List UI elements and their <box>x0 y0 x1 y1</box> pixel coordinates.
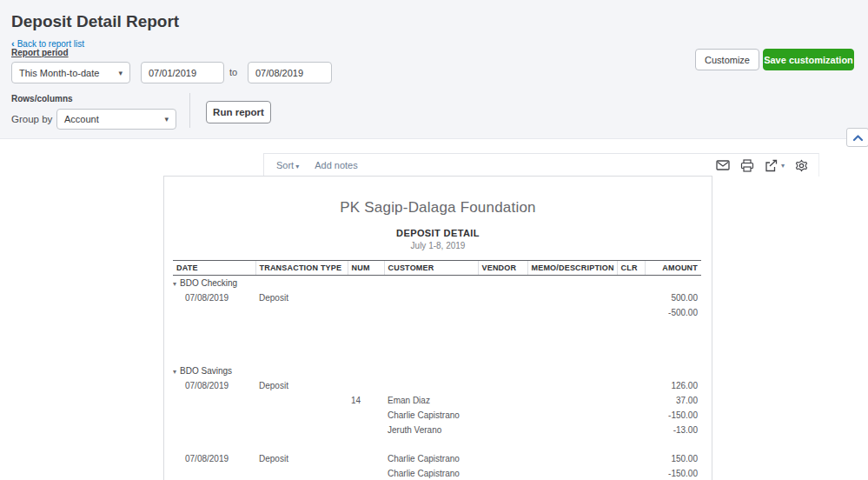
table-row[interactable]: Jeruth Verano -13.00 <box>173 423 701 437</box>
cell-clr <box>617 451 645 466</box>
cell-num <box>348 378 384 393</box>
header-amount[interactable]: AMOUNT <box>645 261 701 276</box>
table-row[interactable]: 07/08/2019 Deposit 500.00 <box>173 290 701 305</box>
cell-amount: 500.00 <box>645 290 701 305</box>
group-label: BDO Checking <box>180 278 237 288</box>
cell-num <box>348 290 384 305</box>
header-memo-description[interactable]: MEMO/DESCRIPTION <box>527 261 617 276</box>
cell-customer: Eman Diaz <box>384 393 478 408</box>
cell-num <box>348 408 384 423</box>
group-by-select[interactable]: Account ▾ <box>56 109 176 130</box>
cell-memo <box>527 393 617 408</box>
caret-down-icon: ▾ <box>164 115 169 123</box>
group-row-bdo-savings[interactable]: ▾BDO Savings <box>173 363 701 378</box>
report-table: DATE TRANSACTION TYPE NUM CUSTOMER VENDO… <box>173 260 701 480</box>
caret-down-icon: ▾ <box>295 163 299 170</box>
cell-vendor <box>478 378 527 393</box>
cell-transaction-type <box>255 393 348 408</box>
cell-amount: -13.00 <box>645 423 701 437</box>
cell-transaction-type <box>255 466 348 480</box>
cell-num: 14 <box>348 393 384 408</box>
spacer-row <box>173 320 701 363</box>
cell-num <box>348 451 384 466</box>
cell-transaction-type: Deposit <box>255 290 348 305</box>
cell-memo <box>527 408 617 423</box>
cell-customer <box>384 290 478 305</box>
add-notes-link[interactable]: Add notes <box>315 160 358 170</box>
chevron-up-icon <box>852 134 864 142</box>
company-name: PK Sagip-Dalaga Foundation <box>164 199 712 217</box>
caret-down-icon: ▾ <box>173 280 176 288</box>
table-row[interactable]: -500.00 <box>173 305 701 320</box>
cell-clr <box>617 290 645 305</box>
report-period-label: Report period <box>11 48 69 57</box>
save-customization-button[interactable]: Save customization <box>763 49 854 70</box>
gear-icon[interactable] <box>795 159 808 172</box>
group-row-bdo-checking[interactable]: ▾BDO Checking <box>173 276 701 290</box>
deposit-detail-report-page: Deposit Detail Report ‹Back to report li… <box>0 0 868 480</box>
cell-vendor <box>478 408 527 423</box>
customize-button[interactable]: Customize <box>695 49 759 70</box>
run-report-button[interactable]: Run report <box>206 101 271 123</box>
table-row[interactable]: Charlie Capistrano -150.00 <box>173 408 701 423</box>
export-icon[interactable]: ▾ <box>765 159 785 172</box>
table-row[interactable]: Charlie Capistrano -150.00 <box>173 466 701 480</box>
caret-down-icon: ▾ <box>118 69 123 77</box>
cell-customer: Charlie Capistrano <box>384 408 478 423</box>
report-toolbar: Sort▾ Add notes <box>263 153 819 177</box>
printer-icon[interactable] <box>740 159 754 172</box>
sort-menu[interactable]: Sort▾ <box>276 160 299 170</box>
cell-date <box>173 408 255 423</box>
cell-clr <box>617 305 645 320</box>
cell-customer: Jeruth Verano <box>384 423 478 437</box>
toolbar-icons: ▾ <box>716 159 808 172</box>
header-clr[interactable]: CLR <box>617 261 645 276</box>
group-by-value: Account <box>64 114 99 124</box>
cell-date: 07/08/2019 <box>173 378 255 393</box>
cell-clr <box>617 378 645 393</box>
cell-memo <box>527 378 617 393</box>
collapse-header-button[interactable] <box>846 128 868 147</box>
table-row[interactable]: 14 Eman Diaz 37.00 <box>173 393 701 408</box>
cell-vendor <box>478 393 527 408</box>
report-period-value: This Month-to-date <box>19 68 99 78</box>
cell-transaction-type: Deposit <box>255 378 348 393</box>
cell-vendor <box>478 466 527 480</box>
cell-clr <box>617 408 645 423</box>
cell-vendor <box>478 305 527 320</box>
table-header-row: DATE TRANSACTION TYPE NUM CUSTOMER VENDO… <box>173 261 701 276</box>
table-row[interactable]: 07/08/2019 Deposit Charlie Capistrano 15… <box>173 451 701 466</box>
email-icon[interactable] <box>716 160 730 170</box>
cell-customer <box>384 305 478 320</box>
sort-label: Sort <box>276 160 294 170</box>
cell-clr <box>617 423 645 437</box>
report-period-select[interactable]: This Month-to-date ▾ <box>11 62 130 83</box>
caret-down-icon: ▾ <box>781 162 785 170</box>
cell-memo <box>527 466 617 480</box>
date-from-input[interactable] <box>141 62 224 83</box>
to-label: to <box>229 67 237 77</box>
vertical-divider <box>189 93 190 128</box>
header-date[interactable]: DATE <box>173 261 255 276</box>
cell-customer: Charlie Capistrano <box>384 466 478 480</box>
cell-num <box>348 466 384 480</box>
cell-date <box>173 466 255 480</box>
header-num[interactable]: NUM <box>348 261 384 276</box>
report-title: DEPOSIT DETAIL <box>164 228 712 238</box>
cell-transaction-type <box>255 305 348 320</box>
cell-amount: 126.00 <box>645 378 701 393</box>
cell-amount: 37.00 <box>645 393 701 408</box>
cell-memo <box>527 451 617 466</box>
header-customer[interactable]: CUSTOMER <box>384 261 478 276</box>
date-to-input[interactable] <box>248 62 332 83</box>
toolbar-links: Sort▾ Add notes <box>276 160 358 170</box>
header-vendor[interactable]: VENDOR <box>478 261 527 276</box>
cell-clr <box>617 393 645 408</box>
cell-customer: Charlie Capistrano <box>384 451 478 466</box>
table-row[interactable]: 07/08/2019 Deposit 126.00 <box>173 378 701 393</box>
cell-date: 07/08/2019 <box>173 290 255 305</box>
cell-amount: -500.00 <box>645 305 701 320</box>
cell-date <box>173 393 255 408</box>
caret-down-icon: ▾ <box>173 368 176 376</box>
header-transaction-type[interactable]: TRANSACTION TYPE <box>255 261 348 276</box>
